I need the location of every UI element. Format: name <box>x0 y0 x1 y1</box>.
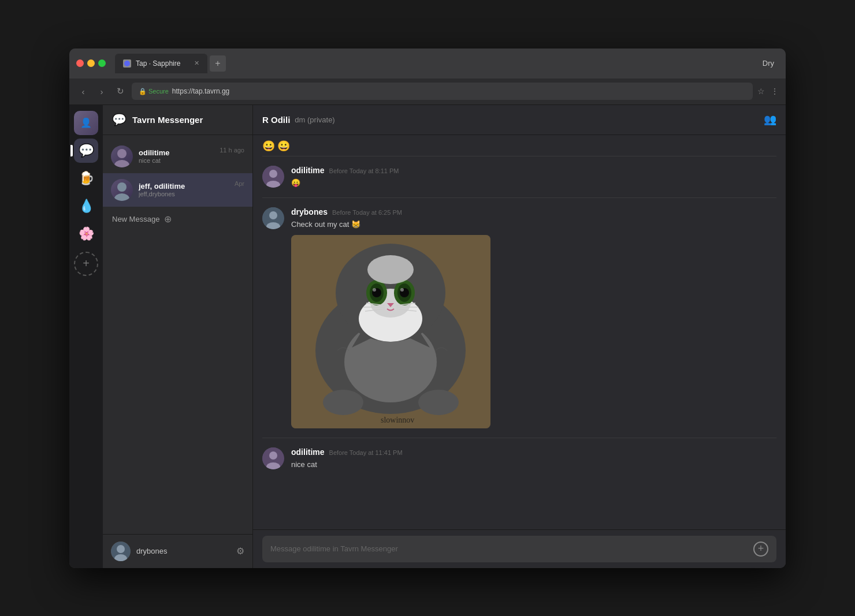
conv-avatar-jeff <box>111 179 133 201</box>
new-message-plus-icon: ⊕ <box>164 214 172 225</box>
url-text: https://tap.tavrn.gg <box>172 87 229 95</box>
conv-time-odilitime: 11 h ago <box>220 147 244 154</box>
conv-info-jeff: jeff, odilitime jeff,drybones <box>139 182 229 197</box>
svg-point-3 <box>117 182 127 192</box>
cat-image[interactable]: slowinnov <box>291 235 490 428</box>
svg-point-2 <box>114 160 129 167</box>
msg-avatar-drybones-1 <box>262 207 284 229</box>
chat-header-sub: dm (private) <box>295 115 334 124</box>
secure-badge: 🔒 Secure <box>139 88 169 95</box>
conv-avatar-odilitime <box>111 145 133 167</box>
plus-icon: + <box>758 543 764 555</box>
conversation-list: odilitime nice cat 11 h ago jeff, odil <box>103 135 252 534</box>
chat-area: R Odili dm (private) 👥 😀 😀 <box>253 105 786 568</box>
conv-name-jeff: jeff, odilitime <box>139 182 229 191</box>
svg-point-27 <box>400 288 404 292</box>
footer-username: drybones <box>136 547 231 555</box>
settings-icon[interactable]: ⚙ <box>236 546 244 557</box>
msg-text-odili-2: nice cat <box>291 459 776 471</box>
rail-message-icon[interactable]: 💬 <box>74 139 98 163</box>
message-input[interactable] <box>270 544 748 553</box>
titlebar: Tap · Sapphire ✕ + Dry <box>69 48 786 79</box>
tab-title: Tap · Sapphire <box>136 59 189 68</box>
url-bar[interactable]: 🔒 Secure https://tap.tavrn.gg <box>132 83 753 100</box>
conv-time-jeff: Apr <box>235 180 244 187</box>
svg-point-12 <box>269 211 277 219</box>
svg-point-1 <box>117 149 127 158</box>
tab-bar: Tap · Sapphire ✕ + <box>115 54 758 73</box>
msg-text-drybones-1: Check out my cat 😸 <box>291 219 776 230</box>
new-message-button[interactable]: New Message ⊕ <box>103 207 252 232</box>
msg-header-odili-2: odilitime Before Today at 11:41 PM <box>291 447 776 457</box>
msg-header-odili-1: odilitime Before Today at 8:11 PM <box>291 166 776 175</box>
back-button[interactable]: ‹ <box>76 87 90 96</box>
drop-icon: 💧 <box>79 199 94 214</box>
svg-point-42 <box>269 451 277 460</box>
sidebar-header-title: Tavrn Messenger <box>132 115 203 125</box>
maximize-button[interactable] <box>98 59 106 67</box>
conversation-item-jeff[interactable]: jeff, odilitime jeff,drybones Apr <box>103 173 252 207</box>
message-divider-3 <box>262 438 776 438</box>
minimize-button[interactable] <box>87 59 95 67</box>
tab-close-button[interactable]: ✕ <box>194 59 199 67</box>
emoji-reactions: 😀 😀 <box>262 140 776 152</box>
reaction-emoji-2: 😀 <box>277 140 290 152</box>
svg-text:slowinnov: slowinnov <box>381 416 414 424</box>
sidebar-header: 💬 Tavrn Messenger <box>103 105 252 135</box>
sidebar: 💬 Tavrn Messenger odilitime nice cat <box>103 105 253 568</box>
conv-name-odilitime: odilitime <box>139 148 214 157</box>
refresh-button[interactable]: ↻ <box>113 86 127 96</box>
msg-time-odili-2: Before Today at 11:41 PM <box>329 449 403 456</box>
chat-header-name: R Odili <box>262 115 290 125</box>
group-icon[interactable]: 👥 <box>764 114 776 125</box>
footer-avatar <box>111 542 131 561</box>
conversation-item-odilitime[interactable]: odilitime nice cat 11 h ago <box>103 140 252 173</box>
browser-window: Tap · Sapphire ✕ + Dry ‹ › ↻ 🔒 Secure ht… <box>69 48 786 568</box>
msg-username-drybones-1: drybones <box>291 207 328 216</box>
msg-header-drybones-1: drybones Before Today at 6:25 PM <box>291 207 776 216</box>
message-input-wrapper: + <box>262 536 776 562</box>
conv-preview-odilitime: nice cat <box>139 157 214 164</box>
kirby-icon: 🌸 <box>79 226 94 241</box>
svg-point-9 <box>269 170 277 178</box>
rail-profile-icon[interactable]: 👤 <box>74 111 98 135</box>
svg-point-39 <box>367 255 414 284</box>
msg-time-odili-1: Before Today at 8:11 PM <box>329 167 399 174</box>
messages-container[interactable]: 😀 😀 odilitime <box>253 135 786 529</box>
msg-content-odili-2: odilitime Before Today at 11:41 PM nice … <box>291 447 776 471</box>
new-tab-icon: + <box>215 58 220 69</box>
rail-beer-icon[interactable]: 🍺 <box>74 166 98 191</box>
svg-point-4 <box>114 193 129 201</box>
message-divider-2 <box>262 197 776 198</box>
bookmark-icon[interactable]: ☆ <box>757 87 765 96</box>
tab-favicon <box>123 59 131 68</box>
msg-avatar-odili-2 <box>262 447 284 469</box>
new-message-label: New Message <box>112 215 159 223</box>
svg-point-23 <box>373 288 376 292</box>
lock-icon: 🔒 <box>139 88 147 95</box>
conv-preview-jeff: jeff,drybones <box>139 191 229 197</box>
add-server-button[interactable]: + <box>74 252 98 276</box>
chat-header: R Odili dm (private) 👥 <box>253 105 786 135</box>
beer-icon: 🍺 <box>79 171 94 186</box>
plus-icon: + <box>83 257 90 270</box>
active-indicator <box>70 145 73 156</box>
rail-drop-icon[interactable]: 💧 <box>74 194 98 218</box>
msg-text-odili-1: 😛 <box>291 177 776 189</box>
message-attach-button[interactable]: + <box>753 542 768 557</box>
conv-info-odilitime: odilitime nice cat <box>139 148 214 164</box>
sidebar-footer: drybones ⚙ <box>103 534 252 568</box>
message-group-odili-1: odilitime Before Today at 8:11 PM 😛 <box>262 160 776 195</box>
chat-header-actions: 👥 <box>764 113 776 126</box>
app-content: 👤 💬 🍺 💧 🌸 + 💬 Tavrn Messenger <box>69 105 786 568</box>
svg-point-37 <box>323 390 363 415</box>
forward-button[interactable]: › <box>95 87 109 96</box>
address-bar: ‹ › ↻ 🔒 Secure https://tap.tavrn.gg ☆ ⋮ <box>69 79 786 105</box>
close-button[interactable] <box>76 59 84 67</box>
window-user-label: Dry <box>763 59 779 68</box>
rail-kirby-icon[interactable]: 🌸 <box>74 222 98 246</box>
url-actions: ☆ ⋮ <box>757 87 779 96</box>
new-tab-button[interactable]: + <box>210 55 226 72</box>
menu-icon[interactable]: ⋮ <box>771 87 779 96</box>
active-tab[interactable]: Tap · Sapphire ✕ <box>115 54 207 73</box>
